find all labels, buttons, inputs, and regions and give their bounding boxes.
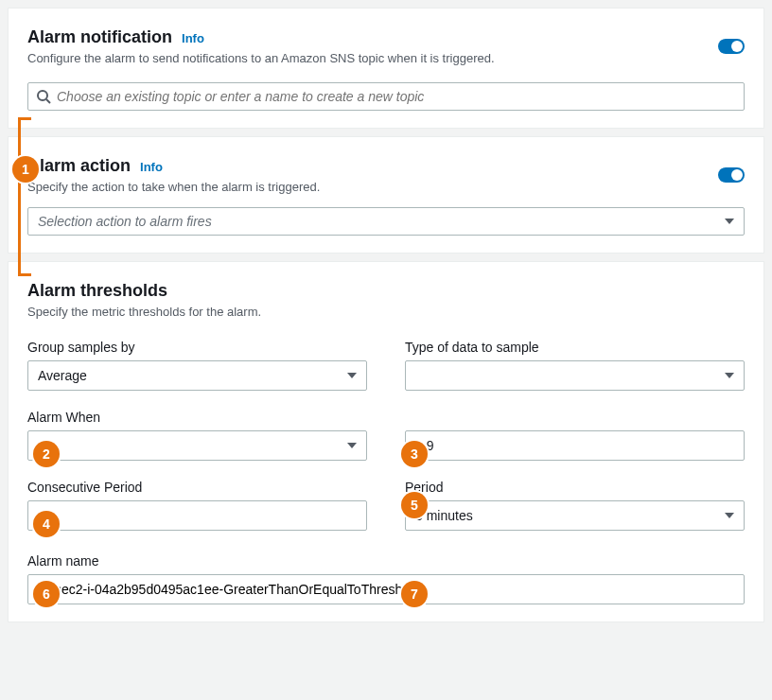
alarm-action-toggle[interactable] (718, 167, 745, 183)
panel-header: Alarm notification Info Configure the al… (27, 27, 745, 65)
annotation-bubble-7: 7 (401, 581, 428, 607)
chevron-down-icon (725, 513, 734, 518)
annotation-line (18, 117, 31, 120)
alarm-notification-toggle[interactable] (718, 39, 745, 54)
alarm-thresholds-title: Alarm thresholds (27, 281, 745, 301)
alarm-action-panel: Alarm action Info Specify the action to … (8, 136, 764, 254)
period-field: Period 5 minutes (405, 480, 745, 531)
panel-header: Alarm action Info Specify the action to … (27, 156, 745, 194)
consecutive-period-field: Consecutive Period (27, 480, 367, 531)
threshold-value-field: 0.9 (405, 410, 745, 461)
annotation-bubble-5: 5 (401, 492, 428, 518)
type-of-data-label: Type of data to sample (405, 340, 745, 355)
info-link[interactable]: Info (182, 31, 204, 45)
alarm-name-label: Alarm name (27, 553, 745, 569)
sns-topic-search[interactable] (27, 82, 745, 111)
sns-topic-input[interactable] (51, 89, 736, 104)
type-of-data-field: Type of data to sample (405, 340, 745, 391)
svg-point-0 (38, 91, 47, 100)
annotation-bubble-1: 1 (12, 156, 39, 183)
alarm-thresholds-subtitle: Specify the metric thresholds for the al… (27, 305, 745, 319)
annotation-bubble-6: 6 (33, 581, 60, 607)
group-samples-select[interactable]: Average (27, 360, 367, 391)
alarm-notification-panel: Alarm notification Info Configure the al… (8, 8, 764, 129)
chevron-down-icon (347, 373, 357, 378)
alarm-action-placeholder: Selection action to alarm fires (38, 214, 212, 229)
group-samples-value: Average (38, 368, 87, 383)
alarm-action-select[interactable]: Selection action to alarm fires (27, 207, 745, 236)
annotation-bubble-2: 2 (33, 441, 60, 467)
alarm-action-subtitle: Specify the action to take when the alar… (27, 180, 320, 194)
group-samples-field: Group samples by Average (27, 340, 367, 391)
alarm-name-input[interactable] (27, 574, 745, 604)
svg-line-1 (46, 99, 50, 103)
alarm-when-label: Alarm When (27, 410, 367, 425)
consecutive-period-label: Consecutive Period (27, 480, 367, 495)
alarm-when-select[interactable] (27, 430, 367, 461)
search-icon (36, 89, 51, 104)
threshold-value-input[interactable]: 0.9 (405, 430, 745, 461)
info-link[interactable]: Info (140, 160, 163, 174)
consecutive-period-input[interactable] (27, 500, 367, 531)
alarm-thresholds-panel: Alarm thresholds Specify the metric thre… (8, 261, 764, 622)
chevron-down-icon (347, 443, 357, 448)
annotation-line (18, 118, 21, 275)
annotation-bubble-3: 3 (401, 441, 428, 467)
annotation-line (18, 273, 31, 276)
type-of-data-select[interactable] (405, 360, 745, 391)
annotation-bubble-4: 4 (33, 511, 60, 537)
period-label: Period (405, 480, 745, 495)
alarm-name-field: Alarm name (27, 553, 745, 604)
chevron-down-icon (725, 373, 734, 378)
alarm-when-field: Alarm When (27, 410, 367, 461)
alarm-notification-subtitle: Configure the alarm to send notification… (27, 51, 495, 65)
alarm-notification-title: Alarm notification (27, 27, 172, 47)
alarm-action-title: Alarm action (27, 156, 131, 176)
group-samples-label: Group samples by (27, 340, 367, 355)
chevron-down-icon (725, 219, 734, 224)
period-select[interactable]: 5 minutes (405, 500, 745, 531)
